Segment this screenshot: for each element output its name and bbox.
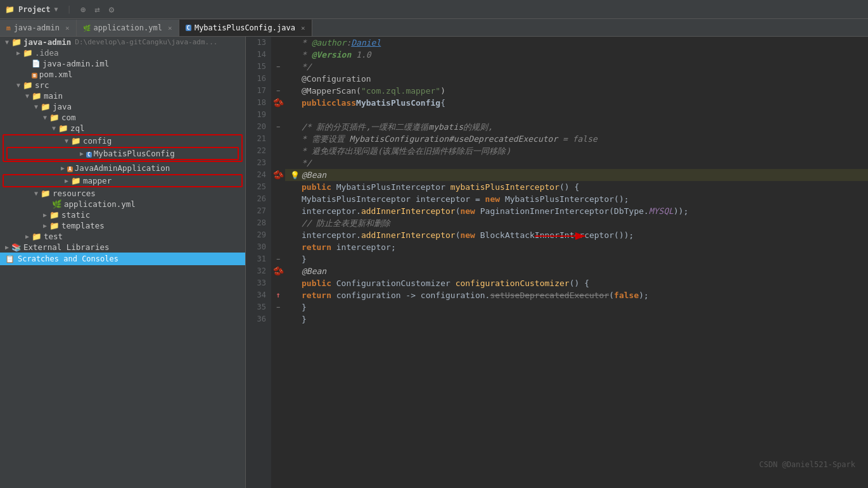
tab-mybatisplus-config[interactable]: C MybatisPlusConfig.java × [179, 20, 312, 36]
scratches-icon: 📋 [5, 254, 15, 263]
sidebar-label-application-yml: application.yml [64, 199, 136, 209]
gutter-fold-31[interactable]: − [271, 253, 285, 265]
sidebar-label-java-admin: java-admin [23, 37, 71, 47]
title-sync-icon[interactable]: ⇄ [94, 4, 99, 15]
sidebar-item-application-yml[interactable]: 🌿 application.yml [0, 199, 245, 210]
folder-icon-resources: 📁 [41, 189, 51, 198]
project-folder-icon: 📁 [5, 5, 15, 14]
tab-java-admin-close[interactable]: × [65, 24, 70, 32]
tree-arrow-com: ▼ [41, 114, 49, 121]
gutter-fold-17[interactable]: − [271, 85, 285, 97]
tab-java-admin[interactable]: m java-admin × [0, 20, 77, 36]
sidebar-label-pom: pom.xml [39, 70, 73, 79]
code-line-34: return configuration -> configuration.se… [285, 289, 868, 301]
sidebar-label-main: main [44, 91, 63, 101]
folder-icon-mapper: 📁 [71, 176, 81, 185]
sidebar-label-iml: java-admin.iml [42, 59, 109, 68]
gutter-error-34[interactable]: ↑ [271, 289, 285, 301]
sidebar-item-mybatisplusconfig[interactable]: ▶ C MybatisPlusConfig [6, 147, 239, 160]
title-project-label[interactable]: Project [18, 5, 51, 14]
sidebar-label-resources: resources [53, 189, 96, 198]
gutter-bean-32[interactable]: 🫘 [271, 265, 285, 277]
code-line-32: @Bean [285, 265, 868, 277]
sidebar-item-external-libs[interactable]: ▶ 📚 External Libraries [0, 242, 245, 253]
sidebar-label-idea: .idea [35, 48, 59, 58]
sidebar: ▼ 📁 java-admin D:\develop\a-gitCangku\ja… [0, 37, 246, 488]
sidebar-item-com[interactable]: ▼ 📁 com [0, 112, 245, 123]
sidebar-item-zql[interactable]: ▼ 📁 zql [0, 123, 245, 134]
code-line-21: * 需要设置 MybatisConfiguration#useDeprecate… [285, 133, 868, 145]
tab-bar: m java-admin × 🌿 application.yml × C Myb… [0, 19, 868, 37]
tree-arrow-main: ▼ [23, 92, 32, 99]
folder-icon-main: 📁 [32, 91, 42, 101]
tab-application-yml[interactable]: 🌿 application.yml × [77, 20, 179, 36]
gutter-bean-18[interactable]: 🫘 [271, 97, 285, 109]
gutter-bean-24[interactable]: 🫘 [271, 169, 285, 181]
sidebar-item-main[interactable]: ▼ 📁 main [0, 91, 245, 101]
sidebar-item-iml[interactable]: 📄 java-admin.iml [0, 58, 245, 69]
tree-arrow-test: ▶ [23, 233, 32, 240]
line-numbers: 13 14 15 16 17 18 19 20 21 22 23 24 25 2… [246, 37, 271, 488]
sidebar-item-pom[interactable]: m pom.xml [0, 69, 245, 80]
code-line-31: } [285, 253, 868, 265]
title-new-icon[interactable]: ⊕ [80, 4, 86, 15]
tree-arrow-java-admin: ▼ [3, 39, 11, 46]
folder-icon-static: 📁 [49, 210, 60, 220]
tab-java-admin-label: java-admin [14, 23, 60, 32]
sidebar-item-scratches[interactable]: 📋 Scratches and Consoles [0, 253, 245, 265]
sidebar-item-test[interactable]: ▶ 📁 test [0, 231, 245, 242]
sidebar-item-java-admin[interactable]: ▼ 📁 java-admin D:\develop\a-gitCangku\ja… [0, 37, 245, 47]
sidebar-item-mapper[interactable]: ▶ 📁 mapper [3, 174, 243, 187]
gutter-fold-20[interactable]: − [271, 121, 285, 133]
file-icon-iml: 📄 [32, 59, 41, 68]
code-content[interactable]: 13 14 15 16 17 18 19 20 21 22 23 24 25 2… [246, 37, 868, 488]
folder-icon-idea: 📁 [23, 48, 33, 58]
code-line-33: public ConfigurationCustomizer configura… [285, 277, 868, 289]
sidebar-item-resources[interactable]: ▼ 📁 resources [0, 188, 245, 199]
code-line-36: } [285, 313, 868, 325]
code-line-25: public MybatisPlusInterceptor mybatisPlu… [285, 181, 868, 193]
tree-arrow-ext-libs: ▶ [3, 244, 11, 251]
code-line-35: } [285, 301, 868, 313]
gutter-fold-35[interactable]: − [271, 301, 285, 313]
title-dropdown-icon[interactable]: ▼ [54, 6, 58, 13]
sidebar-item-config[interactable]: ▼ 📁 config [4, 135, 241, 146]
code-line-13: * @author:Daniel [285, 37, 868, 49]
folder-icon-config: 📁 [71, 136, 81, 146]
sidebar-item-javaadminapplication[interactable]: ▶ A JavaAdminApplication [0, 163, 245, 173]
code-line-29: interceptor.addInnerInterceptor(new Bloc… [285, 229, 868, 241]
code-line-19 [285, 109, 868, 121]
sidebar-item-templates[interactable]: ▶ 📁 templates [0, 220, 245, 231]
sidebar-label-static: static [61, 210, 90, 220]
tree-arrow-resources: ▼ [32, 190, 41, 197]
sidebar-label-templates: templates [61, 221, 105, 230]
sidebar-item-static[interactable]: ▶ 📁 static [0, 210, 245, 220]
sidebar-item-src[interactable]: ▼ 📁 src [0, 80, 245, 91]
title-settings-icon[interactable]: ⚙ [109, 4, 114, 15]
folder-icon-com: 📁 [49, 113, 60, 122]
editor-area: 13 14 15 16 17 18 19 20 21 22 23 24 25 2… [246, 37, 868, 488]
icon-ext-libs: 📚 [11, 242, 22, 252]
sidebar-label-mapper: mapper [83, 176, 112, 185]
code-line-14: * @Version 1.0 [285, 49, 868, 61]
sidebar-label-mybatisplusconfig: MybatisPlusConfig [94, 149, 175, 158]
gutter-fold-15[interactable]: − [271, 61, 285, 73]
sidebar-label-scratches: Scratches and Consoles [18, 254, 118, 263]
tab-application-yml-close[interactable]: × [168, 24, 172, 32]
tree-arrow-java: ▼ [32, 103, 41, 110]
sidebar-item-idea[interactable]: ▶ 📁 .idea [0, 47, 245, 58]
file-icon-javaadminapplication: A [67, 163, 73, 173]
sidebar-label-test: test [44, 232, 63, 241]
gutter-bulb-24[interactable]: 💡 [290, 171, 300, 180]
sidebar-item-java[interactable]: ▼ 📁 java [0, 101, 245, 112]
code-editor[interactable]: * @author:Daniel * @Version 1.0 */ [285, 37, 868, 488]
tab-mybatisplus-config-close[interactable]: × [301, 24, 305, 32]
code-line-24: 💡 @Bean [285, 169, 868, 181]
tab-application-yml-label: application.yml [94, 23, 162, 32]
sidebar-label-config: config [83, 136, 112, 146]
sidebar-label-external-libs: External Libraries [23, 242, 109, 252]
file-icon-application-yml: 🌿 [52, 199, 62, 209]
code-line-28: // 防止全表更新和删除 [285, 217, 868, 229]
sidebar-label-com: com [61, 113, 76, 122]
folder-icon-test: 📁 [32, 232, 42, 241]
